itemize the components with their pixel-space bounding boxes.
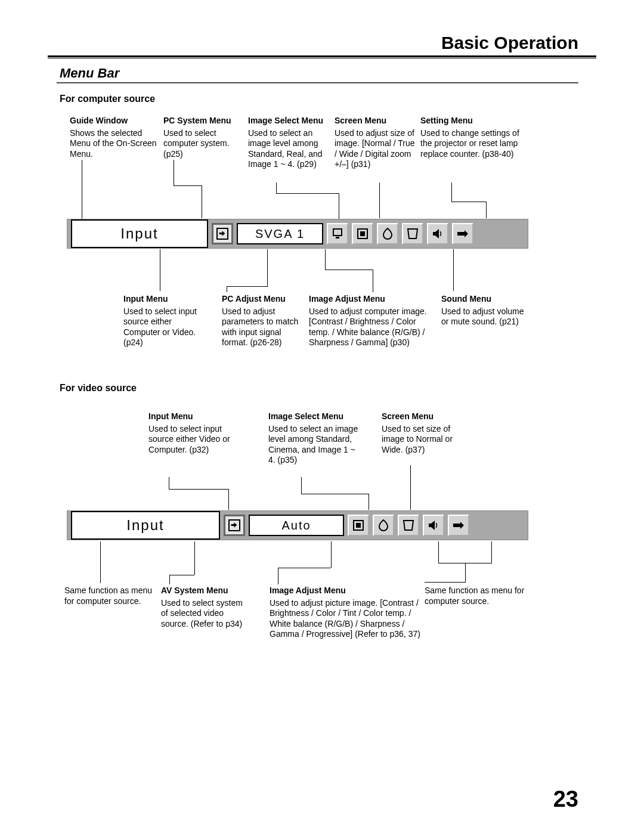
callout-body: Used to select computer system. (p25) (163, 128, 247, 160)
svg-rect-1 (333, 229, 342, 236)
callout-body: Used to adjust computer image. [Contrast… (309, 306, 437, 348)
leader (486, 202, 487, 218)
leader (169, 489, 228, 490)
pc-adjust-icon[interactable] (327, 223, 348, 244)
leader (465, 563, 466, 582)
callout-body: Used to adjust volume or mute sound. (p2… (441, 306, 528, 327)
leader (169, 477, 169, 489)
input-menu-icon[interactable] (224, 515, 245, 536)
callout-setting-menu: Setting Menu Used to change settings of … (420, 116, 531, 159)
screen-menu-icon[interactable] (398, 515, 419, 536)
leader (278, 568, 278, 584)
callout-input-menu: Input Menu Used to select input source e… (123, 294, 210, 348)
computer-heading: For computer source (60, 94, 155, 104)
leader (160, 249, 160, 291)
svg-rect-4 (360, 231, 365, 236)
page-header: Basic Operation (441, 33, 578, 53)
callout-body: Used to select system of selected video … (161, 598, 250, 630)
leader (451, 202, 486, 202)
leader (276, 193, 339, 194)
leader (425, 582, 466, 583)
computer-menubar: Input SVGA 1 (67, 219, 528, 249)
callout-v-imgadj: Image Adjust Menu Used to adjust picture… (270, 586, 422, 640)
av-system-box[interactable]: Auto (249, 515, 344, 536)
guide-window-box[interactable]: Input (71, 511, 220, 540)
leader (276, 182, 277, 193)
page-number: 23 (553, 786, 578, 812)
video-heading: For video source (60, 383, 137, 394)
callout-body: Same function as menu for computer sourc… (425, 586, 526, 606)
leader (202, 185, 202, 218)
pc-system-box[interactable]: SVGA 1 (237, 223, 323, 244)
leader (194, 541, 195, 575)
callout-body: Used to set size of image to Normal or W… (382, 424, 465, 456)
callout-title: Image Adjust Menu (309, 294, 437, 305)
image-select-icon[interactable] (352, 223, 373, 244)
callout-title: Setting Menu (420, 116, 531, 126)
image-adjust-icon[interactable] (373, 515, 394, 536)
callout-v-input: Input Menu Used to select input source e… (148, 411, 232, 455)
callout-title: Screen Menu (335, 116, 418, 126)
callout-v-same2: Same function as menu for computer sourc… (425, 586, 526, 606)
input-menu-icon[interactable] (212, 223, 233, 244)
leader (278, 568, 331, 568)
callout-body: Used to select input source either Video… (148, 424, 232, 456)
callout-v-same1: Same function as menu for computer sourc… (64, 586, 154, 606)
setting-menu-icon[interactable] (452, 223, 473, 244)
image-adjust-icon[interactable] (377, 223, 398, 244)
leader (410, 465, 411, 510)
callout-body: Used to select an image level among Stan… (248, 128, 338, 170)
callout-body: Used to adjust parameters to match with … (222, 306, 302, 348)
callout-body: Used to select an image level among Stan… (268, 424, 364, 466)
callout-pc-adjust: PC Adjust Menu Used to adjust parameters… (222, 294, 302, 348)
setting-menu-icon[interactable] (448, 515, 469, 536)
callout-v-imgsel: Image Select Menu Used to select an imag… (268, 411, 364, 466)
callout-body: Used to select input source either Compu… (123, 306, 210, 348)
callout-v-screen: Screen Menu Used to set size of image to… (382, 411, 465, 455)
svg-rect-2 (336, 237, 339, 239)
screen-menu-icon[interactable] (402, 223, 423, 244)
callout-sound-menu: Sound Menu Used to adjust volume or mute… (441, 294, 528, 327)
callout-body: Used to adjust size of image. [Normal / … (335, 128, 418, 170)
guide-window-box[interactable]: Input (71, 219, 208, 248)
leader (169, 575, 170, 584)
leader (369, 494, 369, 510)
callout-title: Guide Window (70, 116, 159, 126)
leader (228, 489, 229, 510)
callout-title: PC Adjust Menu (222, 294, 302, 305)
leader (174, 185, 202, 186)
sound-menu-icon[interactable] (423, 515, 444, 536)
callout-title: AV System Menu (161, 586, 250, 596)
callout-image-select: Image Select Menu Used to select an imag… (248, 116, 338, 170)
leader (169, 575, 194, 575)
callout-body: Used to adjust picture image. [Contrast … (270, 598, 422, 640)
leader (491, 541, 492, 563)
image-select-icon[interactable] (348, 515, 369, 536)
callout-title: Image Select Menu (248, 116, 338, 126)
leader (267, 249, 268, 286)
leader (331, 541, 332, 568)
sound-menu-icon[interactable] (427, 223, 448, 244)
leader (82, 160, 82, 219)
leader (301, 494, 369, 494)
header-rule (48, 55, 596, 58)
callout-title: Image Select Menu (268, 411, 364, 422)
callout-title: Input Menu (123, 294, 210, 305)
leader (451, 182, 452, 202)
leader (373, 270, 373, 292)
callout-av-system: AV System Menu Used to select system of … (161, 586, 250, 629)
callout-title: Screen Menu (382, 411, 465, 422)
video-menubar: Input Auto (67, 510, 528, 540)
leader (325, 249, 326, 270)
section-title: Menu Bar (60, 66, 119, 81)
callout-body: Shows the selected Menu of the On-Screen… (70, 128, 159, 160)
leader (301, 477, 302, 494)
leader (100, 541, 101, 583)
leader (325, 270, 373, 270)
callout-body: Used to change settings of the projector… (420, 128, 531, 160)
callout-title: PC System Menu (163, 116, 247, 126)
leader (438, 541, 439, 563)
callout-body: Same function as menu for computer sourc… (64, 586, 154, 606)
leader (227, 286, 268, 287)
callout-guide-window: Guide Window Shows the selected Menu of … (70, 116, 159, 159)
